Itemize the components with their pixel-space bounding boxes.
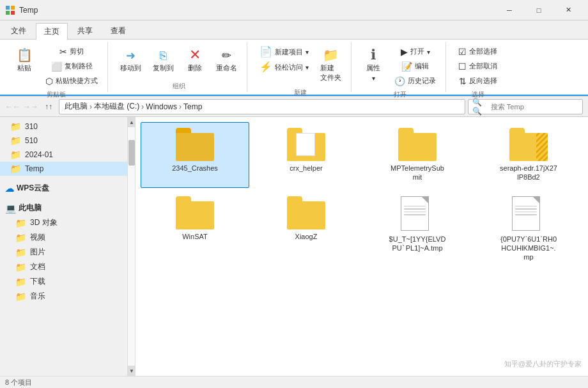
sidebar-pc-header[interactable]: 💻 此电脑 <box>0 201 127 215</box>
new-item-button[interactable]: 新建项目 <box>255 45 313 59</box>
file-name-tmp1: $U_T~[1YY{ELVDPUˋPL1]~A.tmp <box>389 235 446 253</box>
sidebar-item-510[interactable]: 📁 510 <box>0 134 127 148</box>
file-item-2345crashes[interactable]: 2345_Crashes <box>141 122 249 188</box>
window-icon <box>5 5 15 15</box>
sidebar-scrollbar[interactable]: ▲ ▼ <box>128 117 135 376</box>
delete-button[interactable]: 删除 <box>181 45 209 76</box>
props-button[interactable]: 属性 <box>359 45 387 85</box>
file-item-xiaogz[interactable]: XiaogZ <box>252 190 360 268</box>
cloud-icon: ☁ <box>5 183 14 194</box>
easyaccess-chevron <box>306 63 309 71</box>
open-button[interactable]: ▶ 打开 <box>390 45 440 58</box>
sidebar-pc-label: 此电脑 <box>19 203 42 213</box>
forward-button[interactable]: → <box>23 99 38 114</box>
rename-icon <box>222 48 231 62</box>
cut-button[interactable]: 剪切 <box>41 45 102 58</box>
sidebar-item-download[interactable]: 📁 下载 <box>5 274 127 289</box>
folder-icon-music: 📁 <box>15 291 26 302</box>
file-item-crxhelper[interactable]: crx_helper <box>252 122 360 188</box>
main-layout: 📁 310 📁 510 📁 2024-01 📁 Temp ☁ WPS云盘 💻 此… <box>0 117 588 376</box>
select-none-label: 全部取消 <box>469 61 497 71</box>
tab-view[interactable]: 查看 <box>102 22 134 39</box>
svg-rect-0 <box>6 6 10 10</box>
sidebar-label-temp: Temp <box>25 164 43 173</box>
easy-access-button[interactable]: 轻松访问 <box>255 60 313 74</box>
props-icon <box>371 48 376 62</box>
edit-label: 编辑 <box>415 61 429 71</box>
sidebar-item-video[interactable]: 📁 视频 <box>5 230 127 245</box>
tab-file[interactable]: 文件 <box>3 22 35 39</box>
path-segment-pc[interactable]: 此电脑 <box>65 101 88 112</box>
file-item-winsat[interactable]: WinSAT <box>141 190 249 268</box>
new-folder-button[interactable]: 新建 文件夹 <box>316 45 346 86</box>
open-label: 打开 <box>410 47 424 56</box>
scroll-thumb[interactable] <box>128 140 135 166</box>
newitem-chevron <box>306 48 309 56</box>
organize-group-label: 组织 <box>116 82 242 92</box>
easyaccess-icon <box>259 62 272 72</box>
sidebar-pc-items: 📁 3D 对象 📁 视频 📁 图片 📁 文档 📁 下载 <box>0 215 127 304</box>
file-icon-tmp2 <box>512 196 545 232</box>
forward-icon: → <box>23 102 38 111</box>
svg-rect-3 <box>11 11 15 15</box>
ribbon-tabs: 文件 主页 共享 查看 <box>0 20 588 40</box>
sidebar-item-docs[interactable]: 📁 文档 <box>5 260 127 274</box>
sidebar-item-3d[interactable]: 📁 3D 对象 <box>5 215 127 230</box>
edit-button[interactable]: 编辑 <box>390 59 440 73</box>
history-label: 历史记录 <box>408 76 436 86</box>
paste-shortcut-button[interactable]: ⬡ 粘贴快捷方式 <box>41 74 102 88</box>
rename-label: 重命名 <box>216 63 237 73</box>
path-segment-windows[interactable]: Windows <box>146 102 177 111</box>
sidebar-section-pc: 💻 此电脑 📁 3D 对象 📁 视频 📁 图片 📁 文档 <box>0 201 127 304</box>
copypath-icon: ⬜ <box>51 62 62 71</box>
maximize-button[interactable]: □ <box>524 0 553 20</box>
search-icon: 🔍 <box>472 98 488 116</box>
paste-label: 粘贴 <box>17 63 31 73</box>
path-segment-drive[interactable]: 本地磁盘 (C:) <box>94 101 139 112</box>
up-button[interactable]: ↑ <box>41 99 56 114</box>
file-item-seraph[interactable]: seraph-edr.17jX27lP8Bd2 <box>474 122 583 188</box>
select-btns: 全部选择 全部取消 反向选择 <box>454 45 502 88</box>
folder-icon-video: 📁 <box>15 233 26 243</box>
path-segment-temp[interactable]: Temp <box>183 102 202 111</box>
sidebar: 📁 310 📁 510 📁 2024-01 📁 Temp ☁ WPS云盘 💻 此… <box>0 117 128 376</box>
tab-share[interactable]: 共享 <box>69 22 101 39</box>
folder-icon-510: 📁 <box>10 136 21 146</box>
new-small-btns: 新建项目 轻松访问 <box>255 45 313 74</box>
select-all-button[interactable]: 全部选择 <box>454 45 502 58</box>
sidebar-item-2024[interactable]: 📁 2024-01 <box>0 148 127 162</box>
new-item-label: 新建项目 <box>275 47 303 57</box>
search-input[interactable] <box>491 103 578 111</box>
sidebar-item-music[interactable]: 📁 音乐 <box>5 289 127 304</box>
sidebar-item-310[interactable]: 📁 310 <box>0 120 127 134</box>
tab-home[interactable]: 主页 <box>36 23 68 40</box>
file-item-mptelemetry[interactable]: MPTelemetrySubmit <box>363 122 472 188</box>
sidebar-label-3d: 3D 对象 <box>30 217 58 228</box>
selectnone-icon <box>458 62 467 71</box>
file-item-tmp2[interactable]: {0PU7Y`6U1`RH0HCUHlKMBIG1~.mp <box>474 190 583 268</box>
minimize-button[interactable]: ─ <box>495 0 524 20</box>
paste-button[interactable]: 粘贴 <box>10 45 38 76</box>
copy-path-button[interactable]: ⬜ 复制路径 <box>41 59 102 73</box>
scroll-up-btn[interactable]: ▲ <box>128 117 135 127</box>
history-button[interactable]: 历史记录 <box>390 74 440 88</box>
close-button[interactable]: ✕ <box>553 0 583 20</box>
scroll-down-btn[interactable]: ▼ <box>128 366 135 376</box>
sidebar-label-2024: 2024-01 <box>25 150 53 159</box>
organize-items: 移动到 复制到 删除 重命名 <box>116 42 242 82</box>
sidebar-item-temp[interactable]: 📁 Temp <box>0 162 127 176</box>
search-box[interactable]: 🔍 <box>468 99 583 114</box>
file-name-tmp2: {0PU7Y`6U1`RH0HCUHlKMBIG1~.mp <box>500 235 557 262</box>
sidebar-cloud-header[interactable]: ☁ WPS云盘 <box>0 181 127 196</box>
file-item-tmp1[interactable]: $U_T~[1YY{ELVDPUˋPL1]~A.tmp <box>363 190 472 268</box>
rename-button[interactable]: 重命名 <box>212 45 242 76</box>
select-none-button[interactable]: 全部取消 <box>454 59 502 73</box>
ribbon-content: 粘贴 剪切 ⬜ 复制路径 ⬡ 粘贴快捷方式 <box>0 40 588 96</box>
move-to-button[interactable]: 移动到 <box>116 45 146 76</box>
scroll-track <box>128 127 135 366</box>
invert-select-button[interactable]: 反向选择 <box>454 74 502 88</box>
address-path[interactable]: 此电脑 › 本地磁盘 (C:) › Windows › Temp <box>59 99 465 114</box>
copy-to-button[interactable]: 复制到 <box>148 45 178 76</box>
back-button[interactable]: ← <box>5 99 20 114</box>
sidebar-item-pictures[interactable]: 📁 图片 <box>5 245 127 260</box>
